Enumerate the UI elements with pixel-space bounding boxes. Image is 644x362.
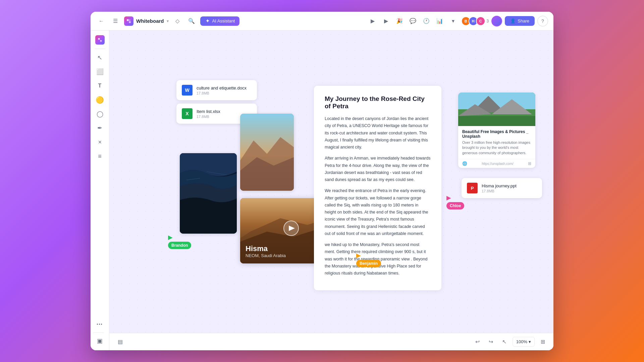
article-para-2: After arriving in Amman, we immediately … [325, 155, 431, 183]
undo-icon: ↩ [475, 339, 480, 345]
sidebar-logo [93, 33, 107, 47]
ppt-file-info: Hisma journey.ppt 17.8MB [482, 183, 517, 193]
pen-tool[interactable]: ✒ [93, 121, 107, 135]
article-title: My Journey to the Rose-Red City of Petra [325, 95, 431, 110]
chart-button[interactable]: 📊 [434, 16, 445, 26]
share-icon: 👤 [510, 18, 516, 23]
header-left: ← ☰ Whiteboard ▾ ◇ 🔍 AI [96, 16, 363, 26]
link-card-title: Beautiful Free Images & Pictures _ Unspl… [462, 129, 531, 139]
share-button[interactable]: 👤 Share [505, 16, 535, 26]
avatar-user-3: C [476, 16, 485, 26]
pointer-icon: ↖ [97, 54, 102, 61]
present-button[interactable]: ▶ [381, 16, 391, 26]
more-tools-icon: ••• [97, 322, 103, 327]
word-file-card[interactable]: W culture and etiquette.docx 17.8MB [176, 80, 257, 100]
pointer-tool[interactable]: ↖ [93, 51, 107, 64]
zoom-chevron-icon: ▾ [529, 339, 531, 344]
canvas: W culture and etiquette.docx 17.8MB X It… [109, 31, 553, 350]
article-para-1: Located in the desert canyons of Jordan … [325, 115, 431, 151]
eraser-icon: ✕ [98, 139, 102, 145]
menu-button[interactable]: ☰ [110, 16, 121, 26]
word-file-name: culture and etiquette.docx [197, 85, 247, 90]
mountain-image [458, 93, 535, 126]
redo-button[interactable]: ↪ [486, 337, 496, 347]
present-mode-button[interactable]: ▣ [93, 334, 107, 348]
avatar-group: B H C 3 [461, 16, 489, 26]
word-file-icon: W [182, 85, 193, 96]
eraser-tool[interactable]: ✕ [93, 135, 107, 149]
shapes-tool[interactable]: ◯ [93, 107, 107, 121]
shapes-icon: ◯ [97, 110, 103, 118]
more-nav-button[interactable]: ▾ [448, 16, 459, 26]
nav-prev-button[interactable]: ▶ [367, 16, 378, 26]
whiteboard-title: Whiteboard [136, 18, 164, 24]
tag-button[interactable]: ◇ [172, 16, 183, 26]
brandon-cursor: ▶ Brandon [168, 234, 191, 249]
brandon-cursor-label: Brandon [168, 242, 191, 249]
excel-file-info: Item list.xlsx 17.8MB [197, 109, 220, 119]
zoom-control[interactable]: 100% ▾ [513, 337, 535, 347]
bottom-left: ▤ [115, 337, 125, 347]
back-button[interactable]: ← [96, 16, 107, 26]
unsplash-link-card[interactable]: Beautiful Free Images & Pictures _ Unspl… [458, 93, 535, 168]
tag-icon: ◇ [175, 18, 179, 24]
brandon-cursor-arrow: ▶ [168, 234, 173, 241]
link-card-desc: Over 3 million free high-resolution imag… [462, 140, 531, 156]
app-title-area[interactable]: Whiteboard ▾ [124, 16, 169, 26]
sidebar: ↖ ⬜ T 🟡 ◯ ✒ ✕ ≡ [91, 31, 109, 350]
word-file-size: 17.8MB [197, 91, 247, 95]
sticky-note-icon: 🟡 [96, 96, 104, 104]
chloe-cursor-label: Chloe [446, 202, 464, 209]
dark-waves-image-card [180, 153, 237, 234]
svg-point-2 [129, 19, 130, 21]
frame-tool[interactable]: ⬜ [93, 65, 107, 78]
video-overlay-text: Hisma NEOM, Saudi Arabia [246, 244, 286, 258]
comment-button[interactable]: 💬 [408, 16, 418, 26]
more-tools-button[interactable]: ••• [93, 318, 107, 331]
sidebar-divider-1 [95, 49, 105, 49]
celebrate-button[interactable]: 🎉 [394, 16, 405, 26]
benjamin-cursor: ▶ Benjamin [356, 252, 381, 267]
minimap-button[interactable]: ⊞ [537, 337, 548, 347]
ppt-file-name: Hisma journey.ppt [482, 183, 517, 188]
grid-view-button[interactable]: ▤ [115, 337, 125, 347]
app-window: ← ☰ Whiteboard ▾ ◇ 🔍 AI [91, 12, 553, 350]
chloe-cursor-arrow: ▶ [446, 194, 451, 201]
undo-button[interactable]: ↩ [472, 337, 483, 347]
text-icon: T [98, 83, 102, 89]
bottom-toolbar: ▤ ↩ ↪ ↖ 100% ▾ [109, 333, 553, 350]
text-tool[interactable]: T [93, 79, 107, 93]
timer-button[interactable]: 🕐 [421, 16, 432, 26]
grid-icon: ▤ [118, 339, 123, 345]
benjamin-cursor-arrow: ▶ [356, 252, 361, 259]
header: ← ☰ Whiteboard ▾ ◇ 🔍 AI [91, 12, 553, 31]
svg-point-4 [100, 40, 102, 42]
present-mode-icon: ▣ [97, 337, 103, 345]
search-button[interactable]: 🔍 [186, 16, 197, 26]
avatar-count: 3 [487, 19, 489, 23]
bottom-right: ↩ ↪ ↖ 100% ▾ ⊞ [472, 337, 548, 347]
word-file-info: culture and etiquette.docx 17.8MB [197, 85, 247, 95]
ai-sparkle-icon [205, 18, 210, 24]
sticky-note-tool[interactable]: 🟡 [93, 93, 107, 107]
ai-assistant-button[interactable]: AI Assistant [200, 16, 240, 26]
main-area: ↖ ⬜ T 🟡 ◯ ✒ ✕ ≡ [91, 31, 553, 350]
excel-file-size: 17.8MB [197, 115, 220, 119]
search-icon: 🔍 [188, 18, 195, 24]
sidebar-bottom: ••• ▣ [93, 318, 107, 348]
frame-icon: ⬜ [96, 68, 104, 75]
link-card-body: Beautiful Free Images & Pictures _ Unspl… [458, 126, 535, 159]
ppt-file-card[interactable]: P Hisma journey.ppt 17.8MB [462, 178, 542, 198]
link-expand-icon[interactable]: ⊞ [528, 161, 531, 166]
list-icon: ≡ [98, 153, 102, 160]
unsplash-preview-image [458, 93, 535, 126]
link-url: https://unsplash.com/ [482, 162, 514, 166]
cursor-button[interactable]: ↖ [499, 337, 510, 347]
svg-rect-23 [458, 116, 535, 126]
benjamin-cursor-label: Benjamin [356, 260, 381, 267]
excel-file-icon: X [182, 108, 193, 119]
sidebar-divider-2 [93, 333, 104, 333]
help-button[interactable]: ? [537, 16, 548, 26]
list-tool[interactable]: ≡ [93, 149, 107, 163]
desert-image-card [240, 114, 294, 191]
